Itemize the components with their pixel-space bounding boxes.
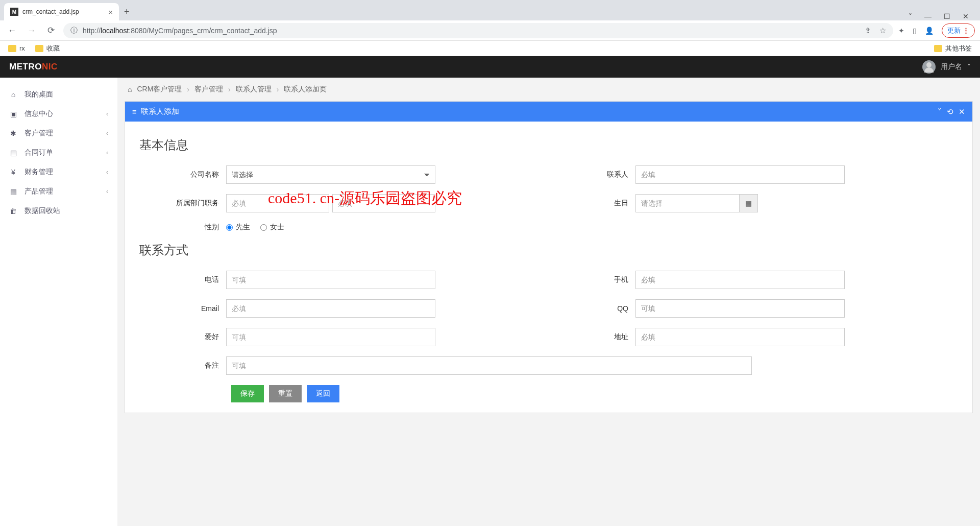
label-hobby: 爱好	[139, 332, 226, 342]
chevron-left-icon: ‹	[106, 188, 108, 195]
back-icon[interactable]: ←	[5, 26, 19, 36]
form-panel: ≡ 联系人添加 ˅ ⟲ ✕ code51. cn-源码乐园盗图必究 基本信息 公…	[125, 101, 973, 413]
tab-close-icon[interactable]: ×	[108, 8, 113, 16]
url-text: http://localhost:8080/MyCrm/pages_crm/cr…	[83, 27, 860, 35]
breadcrumb-home-icon[interactable]: ⌂	[128, 85, 132, 93]
close-window-icon[interactable]: ✕	[963, 12, 969, 20]
breadcrumb-item[interactable]: 客户管理	[194, 85, 223, 94]
update-button[interactable]: 更新 ⋮	[942, 23, 975, 38]
maximize-icon[interactable]: ☐	[944, 12, 950, 20]
chevron-left-icon: ‹	[106, 149, 108, 156]
company-select[interactable]: 请选择	[226, 165, 435, 184]
sidebar: ⌂我的桌面 ▣信息中心‹ ✱客户管理‹ ▤合同订单‹ ¥财务管理‹ ▦产品管理‹…	[0, 78, 117, 526]
bookmark-other[interactable]: 其他书签	[934, 44, 972, 53]
sidebar-item-label: 客户管理	[24, 129, 53, 138]
address-input[interactable]	[635, 328, 845, 346]
bookmark-fav[interactable]: 收藏	[35, 44, 60, 53]
new-tab-button[interactable]: +	[119, 4, 135, 20]
folder-icon	[8, 45, 16, 52]
close-panel-icon[interactable]: ✕	[959, 107, 965, 116]
grid-icon: ▦	[9, 187, 17, 196]
gender-female-radio[interactable]: 女士	[260, 223, 284, 232]
sidebar-item-label: 财务管理	[24, 168, 53, 177]
address-bar[interactable]: ⓘ http://localhost:8080/MyCrm/pages_crm/…	[63, 23, 893, 38]
refresh-icon[interactable]: ⟲	[947, 107, 953, 116]
breadcrumb-item[interactable]: CRM客户管理	[137, 85, 182, 94]
sidebar-item-finance[interactable]: ¥财务管理‹	[0, 162, 117, 182]
qq-input[interactable]	[635, 299, 845, 318]
reset-button[interactable]: 重置	[269, 385, 302, 402]
app-logo[interactable]: METRONIC	[9, 62, 58, 72]
panel-title: 联系人添加	[141, 107, 179, 116]
label-mobile: 手机	[549, 275, 635, 284]
section-basic-title: 基本信息	[139, 137, 958, 153]
browser-toolbar: ← → ⟳ ⓘ http://localhost:8080/MyCrm/page…	[0, 20, 980, 41]
sidebar-item-desktop[interactable]: ⌂我的桌面	[0, 85, 117, 104]
info-icon: ▣	[9, 110, 17, 118]
remark-input[interactable]	[226, 356, 752, 375]
sidebar-item-customer[interactable]: ✱客户管理‹	[0, 124, 117, 143]
minimize-icon[interactable]: —	[924, 12, 932, 20]
profile-icon[interactable]: 👤	[925, 27, 934, 35]
sidebar-item-label: 合同订单	[24, 148, 53, 157]
browser-tab[interactable]: M crm_contact_add.jsp ×	[4, 3, 119, 20]
label-company: 公司名称	[139, 170, 226, 179]
label-birthday: 生日	[549, 199, 635, 208]
favicon: M	[10, 8, 18, 16]
birthday-input[interactable]	[635, 194, 740, 212]
sidebar-item-label: 信息中心	[24, 109, 53, 118]
chevron-down-icon: ˅	[967, 63, 971, 71]
forward-icon[interactable]: →	[24, 26, 39, 36]
mobile-input[interactable]	[635, 271, 845, 289]
collapse-icon[interactable]: ˅	[938, 107, 942, 116]
job-input[interactable]	[332, 194, 435, 212]
email-input[interactable]	[226, 299, 435, 318]
contact-input[interactable]	[635, 165, 845, 184]
person-icon: ✱	[9, 129, 17, 137]
breadcrumb-sep: ›	[228, 85, 231, 93]
chevron-left-icon: ‹	[106, 130, 108, 137]
extensions-icon[interactable]: ✦	[898, 27, 904, 35]
label-dept-job: 所属部门职务	[139, 199, 226, 208]
chevron-left-icon: ‹	[106, 169, 108, 176]
breadcrumb-item[interactable]: 联系人管理	[236, 85, 272, 94]
bookmark-star-icon[interactable]: ☆	[879, 26, 886, 35]
sidebar-item-product[interactable]: ▦产品管理‹	[0, 182, 117, 201]
yen-icon: ¥	[9, 168, 17, 176]
trash-icon: 🗑	[9, 207, 17, 215]
back-button[interactable]: 返回	[307, 385, 339, 402]
sidebar-item-info[interactable]: ▣信息中心‹	[0, 104, 117, 124]
label-qq: QQ	[549, 304, 635, 313]
label-address: 地址	[549, 332, 635, 342]
caret-down-icon[interactable]: ˅	[909, 12, 912, 20]
bookmarks-bar: rx 收藏 其他书签	[0, 41, 980, 56]
share-icon[interactable]: ⇪	[865, 26, 871, 35]
label-contact: 联系人	[549, 170, 635, 179]
label-remark: 备注	[139, 361, 226, 370]
sidebar-item-recycle[interactable]: 🗑数据回收站	[0, 201, 117, 221]
menu-icon: ≡	[132, 107, 137, 116]
calendar-icon[interactable]: ▦	[740, 194, 758, 212]
breadcrumb-sep: ›	[187, 85, 189, 93]
app-header: METRONIC 用户名 ˅	[0, 56, 980, 78]
dept-input[interactable]	[226, 194, 329, 212]
sidebar-item-label: 我的桌面	[24, 90, 53, 99]
label-email: Email	[139, 304, 226, 313]
save-button[interactable]: 保存	[231, 385, 264, 402]
folder-icon	[35, 45, 43, 52]
chevron-left-icon: ‹	[106, 110, 108, 117]
folder-icon	[934, 45, 942, 52]
reload-icon[interactable]: ⟳	[44, 25, 58, 36]
sidebar-item-label: 数据回收站	[24, 206, 60, 216]
panel-icon[interactable]: ▯	[913, 27, 917, 35]
avatar-icon	[922, 60, 936, 74]
user-menu[interactable]: 用户名 ˅	[922, 60, 971, 74]
hobby-input[interactable]	[226, 328, 435, 346]
gender-male-radio[interactable]: 先生	[226, 223, 250, 232]
sidebar-item-contract[interactable]: ▤合同订单‹	[0, 143, 117, 162]
username-label: 用户名	[941, 62, 962, 71]
bookmark-rx[interactable]: rx	[8, 44, 25, 52]
site-info-icon[interactable]: ⓘ	[70, 26, 78, 35]
browser-tabstrip: M crm_contact_add.jsp × + ˅ — ☐ ✕	[0, 0, 980, 20]
phone-input[interactable]	[226, 271, 435, 289]
